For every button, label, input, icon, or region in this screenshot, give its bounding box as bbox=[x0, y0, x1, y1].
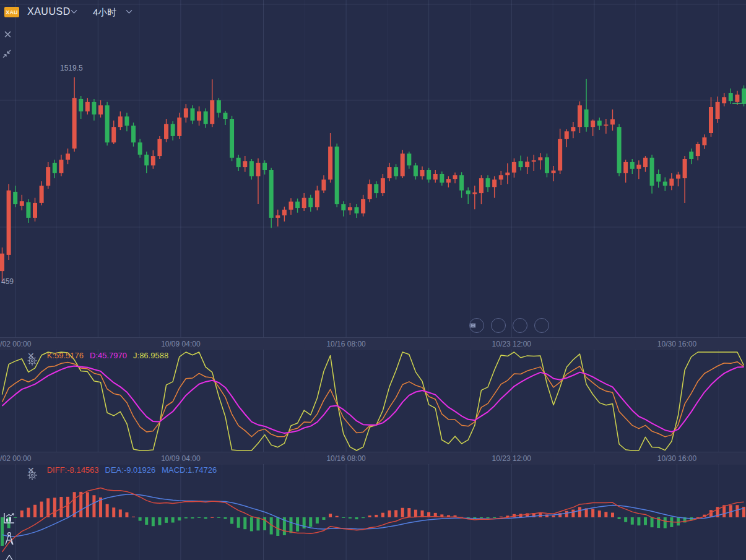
candle-body bbox=[118, 116, 123, 127]
candle-body bbox=[401, 153, 405, 176]
macd-histogram-bar bbox=[394, 510, 397, 517]
macd-histogram-bar bbox=[256, 517, 259, 530]
candle-body bbox=[92, 102, 96, 114]
candle-body bbox=[335, 147, 339, 204]
candle-body bbox=[519, 161, 523, 167]
macd-histogram-bar bbox=[631, 517, 634, 525]
candle-body bbox=[394, 167, 398, 176]
kdj-d-line bbox=[2, 366, 744, 434]
zoom-in-button[interactable] bbox=[534, 318, 549, 333]
macd-histogram-bar bbox=[197, 517, 201, 518]
time-axis-label: 10/23 12:00 bbox=[492, 454, 531, 463]
macd-histogram-bar bbox=[329, 514, 332, 517]
candle-body bbox=[388, 167, 392, 178]
candle-body bbox=[151, 156, 155, 165]
macd-histogram-bar bbox=[355, 517, 358, 519]
macd-histogram-bar bbox=[145, 517, 148, 525]
candle-body bbox=[361, 199, 365, 213]
macd-histogram-bar bbox=[40, 502, 43, 517]
macd-histogram-bar bbox=[493, 517, 496, 518]
candle-body bbox=[742, 88, 746, 103]
scroll-to-start-button[interactable] bbox=[491, 318, 506, 333]
symbol-chevron-down-icon[interactable] bbox=[71, 9, 77, 14]
candle-body bbox=[420, 170, 425, 176]
candle-body bbox=[446, 179, 451, 183]
macd-histogram-bar bbox=[237, 517, 240, 528]
candle-body bbox=[538, 157, 542, 160]
candle-body bbox=[414, 165, 418, 176]
macd-histogram-bar bbox=[125, 512, 128, 517]
macd-histogram-bar bbox=[158, 517, 161, 525]
candle-body bbox=[722, 97, 726, 103]
kdj-d-value: D:45.7970 bbox=[90, 351, 127, 360]
macd-histogram-bar bbox=[210, 517, 214, 518]
candle-body bbox=[184, 108, 188, 118]
candle-body bbox=[282, 210, 287, 215]
candle-body bbox=[578, 105, 582, 127]
macd-histogram-bar bbox=[289, 517, 292, 533]
candle-body bbox=[177, 118, 181, 136]
candle-body bbox=[288, 202, 293, 210]
macd-histogram-bar bbox=[230, 517, 233, 524]
candle-body bbox=[269, 170, 274, 218]
symbol-logo-badge: XAU bbox=[4, 7, 19, 17]
candle-body bbox=[368, 184, 372, 199]
candle-body bbox=[696, 144, 700, 156]
candle-body bbox=[735, 95, 739, 102]
candle-body bbox=[328, 147, 332, 179]
macd-histogram-bar bbox=[591, 509, 594, 517]
time-axis-label: 10/16 08:00 bbox=[326, 340, 365, 348]
scroll-to-end-button[interactable] bbox=[513, 318, 527, 333]
candle-body bbox=[46, 167, 50, 186]
macd-histogram-bar bbox=[106, 504, 109, 517]
macd-histogram-bar bbox=[624, 517, 627, 522]
macd-histogram-bar bbox=[66, 497, 69, 517]
macd-histogram-bar bbox=[152, 517, 155, 526]
macd-histogram-bar bbox=[119, 509, 122, 517]
timeframe-selector[interactable]: 4小时 bbox=[93, 7, 116, 19]
macd-histogram-bar bbox=[604, 512, 607, 517]
macd-histogram-bar bbox=[552, 515, 555, 517]
macd-histogram-bar bbox=[651, 517, 654, 527]
candlestick-chart[interactable] bbox=[0, 0, 746, 337]
candle-body bbox=[617, 127, 622, 173]
macd-pane-header: ✕ DIFF:-8.14563 DEA:-9.01926 MACD:1.7472… bbox=[27, 465, 217, 475]
kdj-j-line bbox=[2, 352, 744, 450]
time-axis-label: 10/09 04:00 bbox=[161, 340, 200, 348]
macd-diff-value: DIFF:-8.14563 bbox=[47, 465, 99, 475]
candle-body bbox=[669, 179, 674, 186]
macd-dea-value: DEA:-9.01926 bbox=[105, 465, 156, 475]
candle-body bbox=[223, 113, 227, 119]
candle-body bbox=[623, 162, 628, 173]
candle-body bbox=[72, 98, 77, 149]
macd-histogram-bar bbox=[500, 517, 503, 517]
macd-histogram-bar bbox=[487, 517, 490, 519]
macd-histogram-bar bbox=[375, 515, 378, 517]
candle-body bbox=[13, 192, 17, 204]
candle-body bbox=[604, 124, 608, 126]
macd-histogram-bar bbox=[407, 508, 410, 517]
time-axis-label: 10/30 16:00 bbox=[657, 340, 696, 348]
macd-histogram-bar bbox=[92, 495, 95, 517]
macd-histogram-bar bbox=[112, 507, 115, 517]
macd-histogram-bar bbox=[368, 515, 371, 517]
macd-indicator-chart[interactable] bbox=[0, 464, 746, 560]
candle-body bbox=[20, 201, 24, 206]
macd-histogram-bar bbox=[414, 510, 417, 517]
macd-value: MACD:1.74726 bbox=[162, 465, 217, 475]
candle-body bbox=[407, 153, 411, 165]
candle-body bbox=[40, 186, 44, 203]
kdj-j-value: J:86.9588 bbox=[133, 351, 168, 360]
macd-histogram-bar bbox=[243, 517, 246, 529]
candle-body bbox=[59, 160, 63, 173]
candle-body bbox=[230, 119, 234, 158]
timeframe-chevron-down-icon[interactable] bbox=[126, 9, 132, 14]
symbol-selector[interactable]: XAUUSD bbox=[27, 6, 71, 17]
kdj-indicator-chart[interactable] bbox=[0, 350, 746, 452]
candle-body bbox=[505, 173, 510, 175]
candle-body bbox=[636, 165, 641, 169]
macd-histogram-bar bbox=[217, 517, 220, 518]
candle-body bbox=[33, 203, 37, 218]
candle-body bbox=[532, 160, 536, 162]
macd-histogram-bar bbox=[565, 511, 568, 517]
